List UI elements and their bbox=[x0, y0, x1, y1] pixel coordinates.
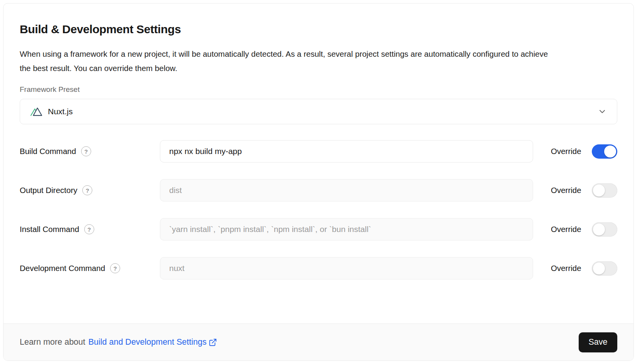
install-command-label: Install Command bbox=[20, 225, 79, 234]
build-settings-docs-link[interactable]: Build and Development Settings bbox=[88, 337, 217, 347]
override-label: Override bbox=[551, 186, 583, 195]
build-command-row: Build Command ? Override bbox=[20, 140, 617, 163]
toggle-knob bbox=[604, 146, 616, 157]
output-directory-override-toggle[interactable] bbox=[592, 183, 617, 198]
framework-preset-label: Framework Preset bbox=[20, 85, 617, 94]
output-directory-input[interactable] bbox=[160, 179, 533, 201]
page-title: Build & Development Settings bbox=[20, 23, 617, 36]
help-icon[interactable]: ? bbox=[110, 263, 120, 273]
external-link-icon bbox=[209, 338, 217, 347]
card-footer: Learn more about Build and Development S… bbox=[3, 323, 634, 361]
chevron-down-icon bbox=[598, 107, 607, 116]
framework-preset-select[interactable]: Nuxt.js bbox=[20, 99, 617, 124]
save-button[interactable]: Save bbox=[579, 332, 617, 352]
install-command-override-toggle[interactable] bbox=[592, 222, 617, 237]
toggle-knob bbox=[593, 185, 605, 196]
docs-link-text: Build and Development Settings bbox=[88, 337, 207, 347]
output-directory-row: Output Directory ? Override bbox=[20, 179, 617, 201]
output-directory-label-group: Output Directory ? bbox=[20, 185, 160, 195]
settings-rows: Build Command ? Override Output Director… bbox=[20, 140, 617, 296]
install-command-input[interactable] bbox=[160, 218, 533, 240]
build-command-override-toggle[interactable] bbox=[592, 144, 617, 159]
toggle-knob bbox=[593, 262, 605, 274]
build-command-label: Build Command bbox=[20, 147, 76, 156]
help-icon[interactable]: ? bbox=[82, 185, 92, 195]
learn-more-prefix: Learn more about bbox=[20, 337, 85, 347]
help-icon[interactable]: ? bbox=[81, 146, 91, 156]
development-command-label-group: Development Command ? bbox=[20, 263, 160, 273]
help-icon[interactable]: ? bbox=[84, 224, 94, 234]
development-command-input[interactable] bbox=[160, 257, 533, 279]
footer-text: Learn more about Build and Development S… bbox=[20, 337, 217, 347]
output-directory-label: Output Directory bbox=[20, 186, 77, 195]
development-command-row: Development Command ? Override bbox=[20, 257, 617, 279]
build-command-label-group: Build Command ? bbox=[20, 146, 160, 156]
development-command-override-toggle[interactable] bbox=[592, 261, 617, 276]
override-label: Override bbox=[551, 147, 583, 156]
install-command-row: Install Command ? Override bbox=[20, 218, 617, 240]
build-command-input[interactable] bbox=[160, 140, 533, 163]
framework-preset-value: Nuxt.js bbox=[48, 107, 73, 116]
install-command-label-group: Install Command ? bbox=[20, 224, 160, 234]
override-label: Override bbox=[551, 264, 583, 273]
build-settings-card: Build & Development Settings When using … bbox=[3, 3, 634, 361]
override-label: Override bbox=[551, 225, 583, 234]
development-command-label: Development Command bbox=[20, 264, 105, 273]
nuxtjs-logo-icon bbox=[30, 106, 42, 118]
card-body: Build & Development Settings When using … bbox=[3, 3, 634, 323]
section-description: When using a framework for a new project… bbox=[20, 47, 561, 75]
toggle-knob bbox=[593, 223, 605, 235]
